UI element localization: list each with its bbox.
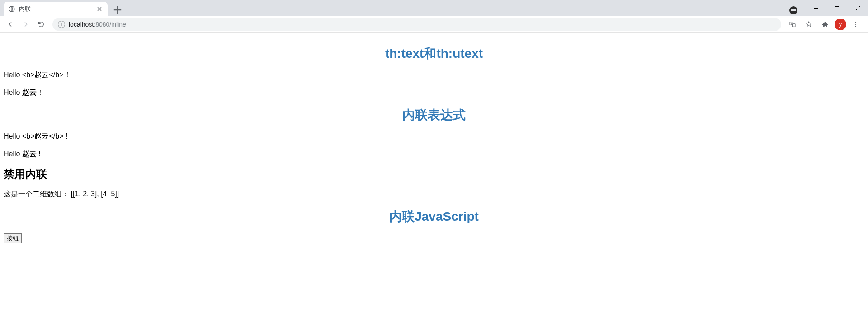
url-text: localhost:8080/inline (69, 21, 126, 28)
extensions-icon[interactable] (818, 18, 832, 31)
forward-button[interactable] (19, 18, 33, 31)
maximize-button[interactable] (826, 1, 847, 15)
window-close-button[interactable] (847, 1, 868, 15)
new-tab-button[interactable] (111, 4, 124, 16)
url-host: localhost (69, 21, 94, 28)
toolbar: i localhost:8080/inline y (0, 16, 868, 33)
bold-name: 赵云 (22, 150, 37, 158)
heading-disable-inline: 禁用内联 (4, 167, 864, 181)
heading-inline-js: 内联JavaScript (4, 208, 864, 225)
url-port: :8080 (94, 21, 109, 28)
svg-point-4 (855, 22, 856, 23)
avatar[interactable]: y (835, 19, 846, 30)
browser-chrome: 内联 i localhost:8080/inline y (0, 0, 868, 33)
heading-inline-expr: 内联表达式 (4, 107, 864, 124)
close-icon[interactable] (96, 5, 103, 13)
svg-rect-1 (835, 6, 839, 10)
demo-button[interactable]: 按钮 (4, 233, 22, 243)
tab-strip: 内联 (0, 0, 868, 16)
site-info-icon[interactable]: i (58, 21, 65, 28)
heading-thtext: th:text和th:utext (4, 45, 864, 62)
globe-icon (8, 5, 15, 13)
text-escaped-line-1: Hello <b>赵云</b>！ (4, 70, 864, 80)
tab-title: 内联 (19, 5, 92, 13)
window-controls (789, 0, 868, 16)
address-bar[interactable]: i localhost:8080/inline (52, 18, 781, 31)
page-content: th:text和th:utext Hello <b>赵云</b>！ Hello … (0, 33, 868, 247)
bold-name: 赵云 (22, 88, 37, 96)
text-unescaped-line-1: Hello 赵云！ (4, 88, 864, 98)
url-path: /inline (109, 21, 126, 28)
kebab-menu-icon[interactable] (849, 18, 863, 31)
svg-point-5 (855, 23, 856, 24)
reload-button[interactable] (34, 18, 48, 31)
profile-indicator-icon[interactable] (789, 6, 797, 14)
toolbar-right: y (786, 18, 864, 31)
back-button[interactable] (4, 18, 17, 31)
text-unescaped-line-2: Hello 赵云 ! (4, 149, 864, 159)
translate-icon[interactable] (786, 18, 799, 31)
bookmark-icon[interactable] (802, 18, 816, 31)
text-escaped-line-2: Hello <b>赵云</b> ! (4, 132, 864, 141)
array-line: 这是一个二维数组： [[1, 2, 3], [4, 5]] (4, 190, 864, 199)
minimize-button[interactable] (806, 1, 826, 15)
avatar-letter: y (839, 21, 842, 28)
tab-active[interactable]: 内联 (4, 2, 108, 16)
svg-point-6 (855, 26, 856, 27)
